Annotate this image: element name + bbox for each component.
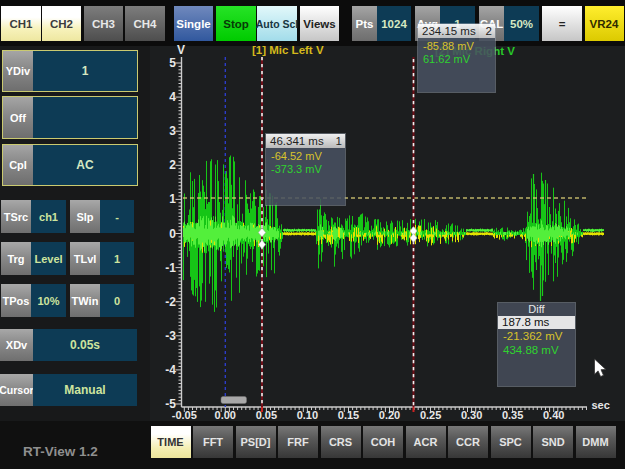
svg-text:0.30: 0.30 bbox=[461, 409, 482, 421]
svg-text:-4: -4 bbox=[165, 363, 176, 377]
svg-text:-1: -1 bbox=[165, 261, 176, 275]
svg-text:0.05: 0.05 bbox=[256, 409, 277, 421]
svg-text:0.20: 0.20 bbox=[379, 409, 400, 421]
svg-text:sec: sec bbox=[592, 399, 610, 411]
svg-text:V: V bbox=[177, 43, 185, 57]
svg-text:1: 1 bbox=[169, 192, 176, 206]
svg-text:5: 5 bbox=[169, 56, 176, 70]
svg-text:-3: -3 bbox=[165, 329, 176, 343]
svg-text:2: 2 bbox=[169, 158, 176, 172]
svg-text:-2: -2 bbox=[165, 295, 176, 309]
svg-text:4: 4 bbox=[169, 90, 176, 104]
svg-text:3: 3 bbox=[169, 124, 176, 138]
svg-text:0.40: 0.40 bbox=[543, 409, 564, 421]
svg-text:0.35: 0.35 bbox=[502, 409, 523, 421]
svg-text:0.25: 0.25 bbox=[420, 409, 441, 421]
svg-text:[1] Mic Left V: [1] Mic Left V bbox=[252, 44, 324, 56]
svg-text:0.15: 0.15 bbox=[338, 409, 359, 421]
svg-text:0: 0 bbox=[169, 227, 176, 241]
svg-text:0.10: 0.10 bbox=[297, 409, 318, 421]
svg-text:-0.05: -0.05 bbox=[172, 409, 197, 421]
svg-text:0.00: 0.00 bbox=[215, 409, 236, 421]
